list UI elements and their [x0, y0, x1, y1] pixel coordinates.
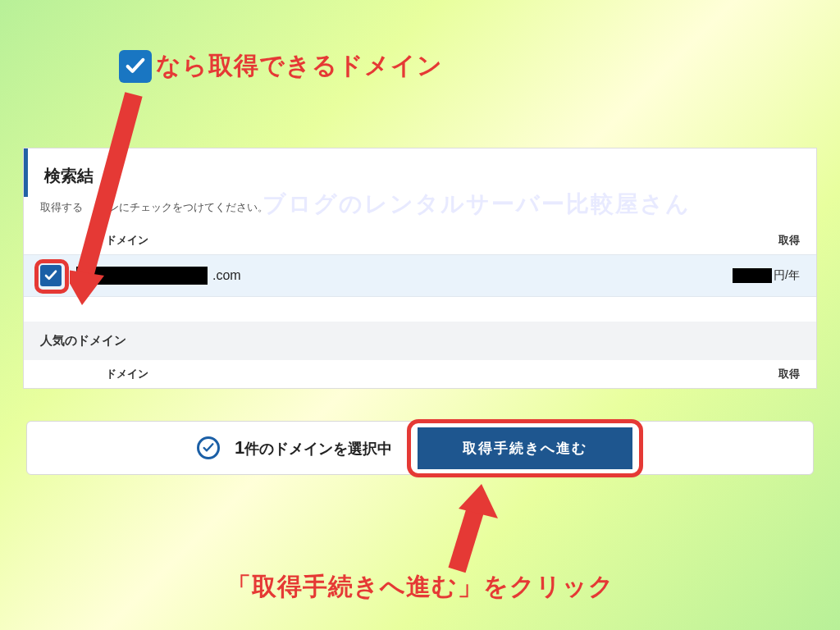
proceed-button[interactable]: 取得手続きへ進む — [418, 427, 632, 469]
annotation-ring-button: 取得手続きへ進む — [407, 419, 643, 477]
col-get: 取得 — [778, 233, 800, 248]
arrow-up-icon — [422, 484, 521, 574]
col-domain: ドメイン — [106, 367, 180, 381]
selection-count-text: 1件のドメインを選択中 — [235, 437, 392, 459]
annotation-top: なら取得できるドメイン — [119, 49, 443, 83]
redacted-price — [733, 268, 772, 283]
popular-table-head: ドメイン 取得 — [24, 360, 816, 388]
domain-checkbox[interactable] — [40, 265, 62, 286]
checkmark-icon — [119, 50, 152, 83]
selection-bar: 1件のドメインを選択中 取得手続きへ進む — [26, 421, 814, 475]
arrow-down-icon — [70, 90, 160, 312]
domain-price: 円/年 — [733, 268, 800, 283]
annotation-top-text: なら取得できるドメイン — [156, 49, 443, 83]
check-circle-icon — [197, 436, 220, 459]
col-get: 取得 — [778, 367, 800, 381]
popular-header: 人気のドメイン — [24, 322, 816, 360]
annotation-bottom-text: 「取得手続きへ進む」をクリック — [0, 570, 840, 604]
